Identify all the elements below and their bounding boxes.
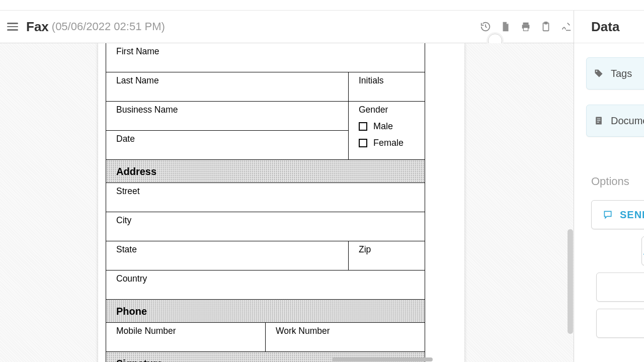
document-title: Fax: [26, 19, 49, 35]
chat-icon: [603, 210, 613, 220]
field-gender: Gender Male Female: [349, 102, 425, 160]
tag-icon: [594, 68, 604, 78]
file-icon[interactable]: [499, 20, 512, 33]
clipboard-icon[interactable]: [539, 20, 552, 33]
svg-point-12: [596, 71, 598, 72]
gender-label: Gender: [359, 105, 388, 115]
print-icon[interactable]: [519, 20, 532, 33]
checkbox-female[interactable]: [359, 139, 367, 147]
female-label: Female: [373, 138, 404, 148]
section-phone: Phone: [106, 300, 425, 323]
vertical-scrollbar[interactable]: [568, 229, 573, 334]
tab-tags[interactable]: Tags: [586, 57, 644, 89]
document-page: First Name Last Name Initials Business N…: [98, 43, 464, 362]
send-button[interactable]: SEND: [591, 200, 644, 229]
svg-rect-4: [544, 22, 547, 24]
field-city[interactable]: City: [106, 212, 425, 241]
right-panel-title: Data: [591, 19, 619, 35]
svg-rect-0: [523, 23, 529, 25]
document-date: (05/06/2022 02:51 PM): [52, 20, 165, 33]
right-panel: Data Tags Documents Options SEND: [574, 11, 644, 362]
tab-documents[interactable]: Documents: [586, 105, 644, 137]
option-button-4[interactable]: [596, 309, 644, 338]
options-heading: Options: [591, 175, 644, 188]
document-header: Fax (05/06/2022 02:51 PM): [0, 11, 644, 43]
field-zip[interactable]: Zip: [349, 241, 425, 270]
download-button[interactable]: [641, 236, 644, 265]
send-label: SEND: [620, 209, 644, 221]
svg-rect-16: [597, 122, 599, 123]
horizontal-scrollbar[interactable]: [332, 357, 433, 361]
tab-tags-label: Tags: [611, 68, 632, 79]
checkbox-male-row[interactable]: Male: [359, 121, 415, 132]
male-label: Male: [373, 121, 393, 132]
right-panel-header: Data: [574, 11, 644, 43]
field-last-name[interactable]: Last Name: [106, 72, 349, 102]
svg-rect-15: [597, 120, 601, 121]
top-strip: [0, 0, 644, 11]
svg-rect-14: [597, 119, 601, 119]
sign-icon[interactable]: [559, 20, 573, 33]
option-button-3[interactable]: [596, 273, 644, 302]
menu-button[interactable]: [7, 20, 21, 34]
field-country[interactable]: Country: [106, 270, 425, 300]
download-icon: [641, 246, 644, 256]
section-address: Address: [106, 160, 425, 183]
field-business-name[interactable]: Business Name: [106, 102, 349, 131]
checkbox-female-row[interactable]: Female: [359, 138, 415, 148]
field-work[interactable]: Work Number: [266, 323, 425, 352]
field-street[interactable]: Street: [106, 183, 425, 212]
form-table: First Name Last Name Initials Business N…: [106, 43, 425, 362]
field-mobile[interactable]: Mobile Number: [106, 323, 266, 352]
field-state[interactable]: State: [106, 241, 349, 270]
document-icon: [594, 116, 604, 126]
history-icon[interactable]: [479, 20, 492, 33]
field-initials[interactable]: Initials: [349, 72, 425, 102]
field-first-name[interactable]: First Name: [106, 43, 425, 72]
document-stage: First Name Last Name Initials Business N…: [0, 43, 574, 362]
tab-documents-label: Documents: [611, 115, 644, 127]
checkbox-male[interactable]: [359, 122, 367, 131]
field-date[interactable]: Date: [106, 131, 349, 160]
svg-rect-2: [523, 28, 528, 31]
